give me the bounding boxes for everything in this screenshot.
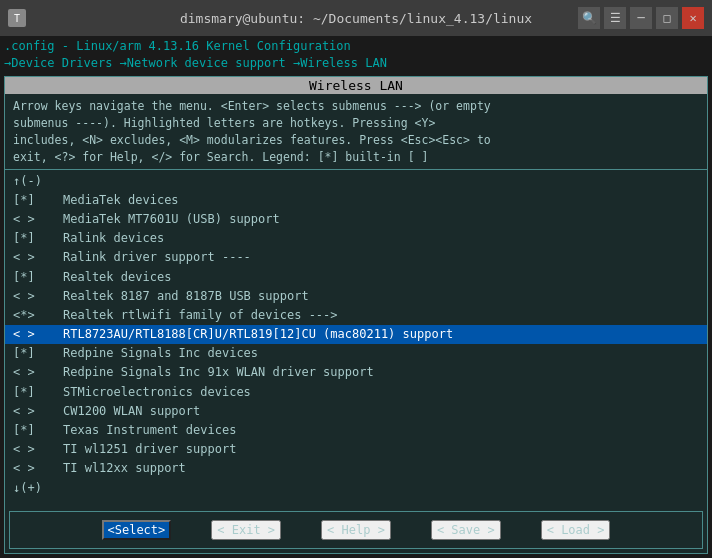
- down-arrow: ↓(+): [5, 479, 707, 498]
- row-marker: [*]: [13, 421, 63, 440]
- row-marker: < >: [13, 248, 63, 267]
- terminal-window: T dimsmary@ubuntu: ~/Documents/linux_4.1…: [0, 0, 712, 558]
- menu-row[interactable]: < > CW1200 WLAN support: [5, 402, 707, 421]
- row-marker: [*]: [13, 191, 63, 210]
- row-marker: [*]: [13, 268, 63, 287]
- row-label: Ralink devices: [63, 229, 164, 248]
- row-label: TI wl1251 driver support: [63, 440, 236, 459]
- row-marker: < >: [13, 402, 63, 421]
- menu-title-text: Wireless LAN: [309, 78, 403, 93]
- menu-row[interactable]: < > RTL8723AU/RTL8188[CR]U/RTL819[12]CU …: [5, 325, 707, 344]
- menu-row[interactable]: [*] MediaTek devices: [5, 191, 707, 210]
- menu-row[interactable]: < > TI wl12xx support: [5, 459, 707, 478]
- menu-row[interactable]: [*] Texas Instrument devices: [5, 421, 707, 440]
- row-label: Redpine Signals Inc devices: [63, 344, 258, 363]
- menu-row[interactable]: [*] STMicroelectronics devices: [5, 383, 707, 402]
- row-label: STMicroelectronics devices: [63, 383, 251, 402]
- menu-header: Arrow keys navigate the menu. <Enter> se…: [5, 94, 707, 170]
- row-label: CW1200 WLAN support: [63, 402, 200, 421]
- top-bar: .config - Linux/arm 4.13.16 Kernel Confi…: [0, 36, 712, 74]
- menu-title: Wireless LAN: [5, 77, 707, 94]
- titlebar-controls: 🔍 ☰ ─ □ ✕: [578, 7, 704, 29]
- row-label: Ralink driver support ----: [63, 248, 251, 267]
- header-line-1: Arrow keys navigate the menu. <Enter> se…: [13, 98, 699, 115]
- row-label: Realtek devices: [63, 268, 171, 287]
- footer: <Select> < Exit > < Help > < Save > < Lo…: [9, 511, 703, 549]
- menu-content: ↑(-) [*] MediaTek devices< > MediaTek MT…: [5, 170, 707, 511]
- save-button[interactable]: < Save >: [431, 520, 501, 540]
- menu-row[interactable]: [*] Redpine Signals Inc devices: [5, 344, 707, 363]
- breadcrumb-line1: .config - Linux/arm 4.13.16 Kernel Confi…: [4, 38, 708, 55]
- header-line-3: includes, <N> excludes, <M> modularizes …: [13, 132, 699, 149]
- close-button[interactable]: ✕: [682, 7, 704, 29]
- header-line-4: exit, <?> for Help, </> for Search. Lege…: [13, 149, 699, 166]
- row-marker: < >: [13, 459, 63, 478]
- row-marker: < >: [13, 440, 63, 459]
- row-label: RTL8723AU/RTL8188[CR]U/RTL819[12]CU (mac…: [63, 325, 453, 344]
- row-label: MediaTek devices: [63, 191, 179, 210]
- menu-row[interactable]: < > Ralink driver support ----: [5, 248, 707, 267]
- menu-rows: [*] MediaTek devices< > MediaTek MT7601U…: [5, 191, 707, 479]
- breadcrumb-line2: →Device Drivers →Network device support …: [4, 55, 708, 72]
- row-marker: <*>: [13, 306, 63, 325]
- terminal-icon: T: [8, 9, 26, 27]
- row-marker: < >: [13, 287, 63, 306]
- menu-box: Wireless LAN Arrow keys navigate the men…: [4, 76, 708, 554]
- load-button[interactable]: < Load >: [541, 520, 611, 540]
- up-arrow: ↑(-): [5, 172, 707, 191]
- row-label: MediaTek MT7601U (USB) support: [63, 210, 280, 229]
- row-marker: < >: [13, 363, 63, 382]
- minimize-button[interactable]: ─: [630, 7, 652, 29]
- row-label: Redpine Signals Inc 91x WLAN driver supp…: [63, 363, 374, 382]
- menu-row[interactable]: < > MediaTek MT7601U (USB) support: [5, 210, 707, 229]
- menu-row[interactable]: < > Redpine Signals Inc 91x WLAN driver …: [5, 363, 707, 382]
- header-line-2: submenus ----). Highlighted letters are …: [13, 115, 699, 132]
- help-button[interactable]: < Help >: [321, 520, 391, 540]
- menu-row[interactable]: [*] Ralink devices: [5, 229, 707, 248]
- row-label: Realtek rtlwifi family of devices --->: [63, 306, 338, 325]
- menu-button[interactable]: ☰: [604, 7, 626, 29]
- row-marker: < >: [13, 325, 63, 344]
- titlebar-title: dimsmary@ubuntu: ~/Documents/linux_4.13/…: [180, 11, 532, 26]
- menu-row[interactable]: <*> Realtek rtlwifi family of devices --…: [5, 306, 707, 325]
- maximize-button[interactable]: □: [656, 7, 678, 29]
- menu-row[interactable]: [*] Realtek devices: [5, 268, 707, 287]
- titlebar-left: T: [8, 9, 26, 27]
- row-marker: [*]: [13, 383, 63, 402]
- exit-button[interactable]: < Exit >: [211, 520, 281, 540]
- select-button[interactable]: <Select>: [102, 520, 172, 540]
- titlebar: T dimsmary@ubuntu: ~/Documents/linux_4.1…: [0, 0, 712, 36]
- row-marker: [*]: [13, 344, 63, 363]
- terminal-area: .config - Linux/arm 4.13.16 Kernel Confi…: [0, 36, 712, 558]
- menu-row[interactable]: < > TI wl1251 driver support: [5, 440, 707, 459]
- row-label: Texas Instrument devices: [63, 421, 236, 440]
- row-label: TI wl12xx support: [63, 459, 186, 478]
- search-button[interactable]: 🔍: [578, 7, 600, 29]
- row-marker: < >: [13, 210, 63, 229]
- menu-row[interactable]: < > Realtek 8187 and 8187B USB support: [5, 287, 707, 306]
- row-marker: [*]: [13, 229, 63, 248]
- row-label: Realtek 8187 and 8187B USB support: [63, 287, 309, 306]
